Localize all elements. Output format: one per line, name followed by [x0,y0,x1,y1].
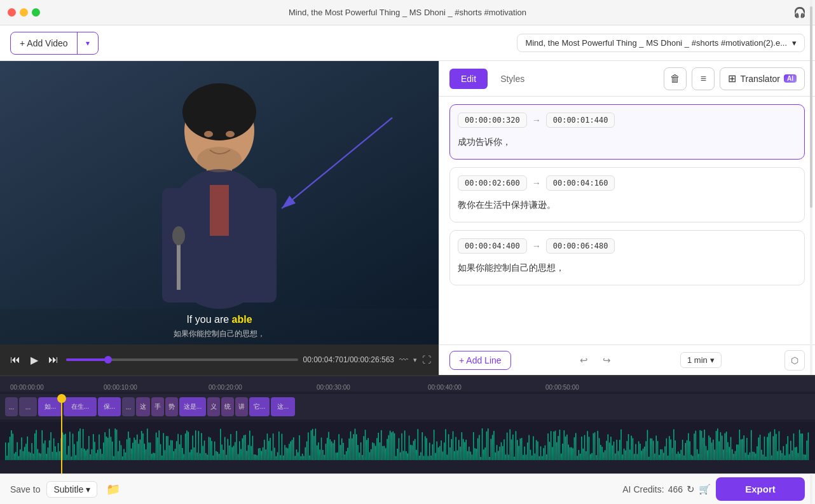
clip-13[interactable]: 它... [249,397,270,416]
export-settings-button[interactable]: ⬡ [784,350,805,371]
svg-rect-299 [419,456,420,460]
svg-rect-148 [198,431,200,460]
svg-rect-249 [346,451,347,460]
waveform-caret-icon[interactable]: ▾ [413,356,417,364]
file-dropdown[interactable]: Mind, the Most Powerful Thing _ MS Dhoni… [517,34,805,52]
svg-rect-288 [403,451,404,460]
translator-label: Translator [740,74,780,84]
subtitle-item-1[interactable]: 00:00:00:320 → 00:00:01:440 成功告诉你， [449,104,805,160]
export-button[interactable]: Export [716,477,805,501]
end-time-1[interactable]: 00:00:01:440 [546,112,615,128]
clip-3[interactable]: 在生... [64,397,97,416]
start-time-1[interactable]: 00:00:00:320 [458,112,527,128]
svg-rect-476 [678,452,679,460]
scrollbar-thumb[interactable] [810,97,812,208]
svg-rect-88 [111,437,112,460]
svg-rect-541 [773,436,774,460]
svg-rect-228 [315,428,317,460]
svg-rect-19 [10,437,11,460]
clip-12[interactable]: 讲 [235,397,248,416]
svg-rect-493 [702,438,704,460]
ruler-mark-4: 00:00:40:00 [428,384,462,391]
list-button[interactable]: ≡ [692,67,715,90]
waveform-track [0,422,815,460]
clip-8[interactable]: 势 [165,397,178,416]
clip-4[interactable]: 保... [98,397,121,416]
clip-5[interactable]: ... [122,397,135,416]
start-time-3[interactable]: 00:00:04:400 [458,238,527,254]
clip-0[interactable]: ... [5,397,18,416]
save-to-label: Save to [10,484,40,494]
clip-1[interactable]: ... [19,397,37,416]
skip-forward-button[interactable]: ⏭ [46,351,61,368]
video-scene-svg [0,61,439,309]
waveform-icon[interactable]: 〰 [399,355,408,365]
subtitle-text-3[interactable]: 如果你能控制自己的思想， [458,259,797,277]
duration-select[interactable]: 1 min ▾ [680,352,722,368]
ai-badge: AI [784,74,797,83]
clip-6[interactable]: 这 [136,397,150,416]
end-time-2[interactable]: 00:00:04:160 [546,175,615,191]
subtitle-select[interactable]: Subtitle ▾ [46,481,97,498]
undo-button[interactable]: ↩ [574,350,594,371]
svg-rect-542 [774,429,776,460]
fullscreen-icon[interactable]: ⛶ [422,355,431,365]
svg-rect-386 [546,454,547,460]
progress-bar[interactable] [66,358,298,361]
svg-rect-155 [209,437,210,460]
cart-icon[interactable]: 🛒 [699,484,711,495]
clip-10[interactable]: 义 [207,397,220,416]
play-button[interactable]: ▶ [28,351,41,369]
svg-rect-552 [789,454,790,460]
add-video-caret[interactable]: ▾ [78,32,98,54]
subtitle-item-3[interactable]: 00:00:04:400 → 00:00:06:480 如果你能控制自己的思想， [449,230,805,285]
svg-rect-407 [577,456,578,460]
svg-rect-462 [657,441,659,460]
svg-rect-345 [486,432,488,460]
clip-14[interactable]: 这... [271,397,295,416]
subtitle-text-2[interactable]: 教你在生活中保持谦逊。 [458,196,797,214]
refresh-icon[interactable]: ↻ [687,484,695,495]
timeline-ruler: 00:00:00:00 00:00:10:00 00:00:20:00 00:0… [0,376,815,392]
svg-rect-173 [235,442,236,460]
clip-7[interactable]: 手 [151,397,164,416]
svg-rect-464 [660,449,661,460]
svg-rect-252 [350,432,352,460]
svg-rect-293 [410,445,411,460]
skip-back-button[interactable]: ⏮ [8,351,23,368]
svg-rect-354 [499,447,500,460]
clip-9[interactable]: 这是... [179,397,206,416]
subtitle-item-2[interactable]: 00:00:02:600 → 00:00:04:160 教你在生活中保持谦逊。 [449,167,805,222]
svg-rect-311 [437,441,438,460]
close-button[interactable] [8,8,16,17]
redo-button[interactable]: ↪ [597,350,617,371]
end-time-3[interactable]: 00:00:06:480 [546,238,615,254]
tab-styles[interactable]: Styles [490,69,535,89]
svg-rect-90 [113,456,114,460]
tab-edit[interactable]: Edit [449,69,488,89]
svg-rect-243 [337,453,338,460]
playhead[interactable] [61,394,62,473]
add-video-main[interactable]: + Add Video [11,32,78,54]
clip-11[interactable]: 统 [221,397,234,416]
svg-rect-158 [213,456,214,460]
maximize-button[interactable] [32,8,40,17]
folder-button[interactable]: 📁 [104,480,123,499]
svg-rect-247 [343,443,344,460]
svg-rect-400 [566,435,568,460]
subtitle-times-3: 00:00:04:400 → 00:00:06:480 [458,238,797,254]
svg-rect-198 [271,451,273,460]
time-arrow-icon-2: → [532,178,541,188]
delete-button[interactable]: 🗑 [664,67,687,90]
svg-rect-419 [594,432,596,460]
start-time-2[interactable]: 00:00:02:600 [458,175,527,191]
translator-button[interactable]: ⊞ Translator AI [720,67,805,90]
svg-rect-391 [554,432,555,460]
add-line-button[interactable]: + Add Line [449,351,511,370]
minimize-button[interactable] [20,8,28,17]
add-video-button[interactable]: + Add Video ▾ [10,32,99,55]
svg-rect-398 [564,430,565,460]
subtitle-text-1[interactable]: 成功告诉你， [458,133,797,151]
svg-rect-425 [603,453,605,460]
svg-rect-137 [182,448,183,460]
